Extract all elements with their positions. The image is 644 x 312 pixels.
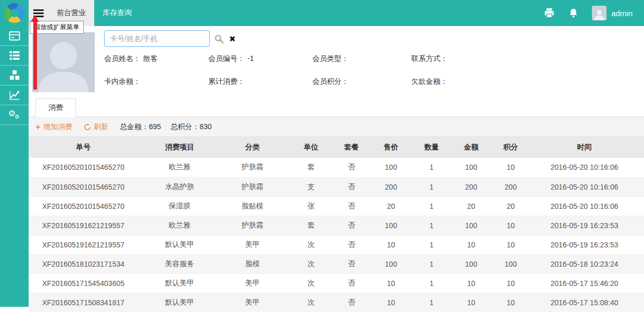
- table-cell: 2016-05-18 10:23:24: [525, 254, 644, 273]
- table-cell: 100: [497, 254, 525, 273]
- list-icon: [9, 51, 20, 60]
- table-header-row: 单号消费项目分类单位套餐售价数量金额积分时间: [29, 137, 644, 158]
- notifications-button[interactable]: [569, 8, 578, 19]
- table-cell: 否: [338, 254, 364, 273]
- printer-icon: [544, 8, 555, 18]
- avatar: [592, 6, 607, 20]
- table-cell: 20: [497, 196, 525, 216]
- table-row[interactable]: XF201605201015465270欧兰雅护肤霜套否100110010201…: [29, 158, 644, 177]
- clear-search-button[interactable]: ✖: [229, 35, 236, 43]
- member-search-input[interactable]: [104, 30, 210, 47]
- total-amount: 总金额：695: [120, 122, 161, 132]
- table-cell: XF201605201015465270: [29, 196, 138, 216]
- table-row[interactable]: XF201605171545403605默认美甲美甲次否10110102016-…: [29, 273, 644, 293]
- table-cell: 张: [284, 196, 338, 216]
- main-content: ✖ 会员姓名：散客 会员编号：-1 会员类型： 联系方式： 卡内余额：: [29, 26, 644, 312]
- refresh-icon: [84, 123, 91, 131]
- table-cell: 次: [284, 273, 338, 293]
- total-points: 总积分：830: [170, 122, 211, 132]
- tab-inventory[interactable]: 库存查询: [94, 0, 140, 26]
- sidebar-item-reports[interactable]: [0, 85, 29, 105]
- table-cell: 美甲: [221, 235, 284, 254]
- table-body: XF201605201015465270欧兰雅护肤霜套否100110010201…: [29, 158, 644, 312]
- column-header: 金额: [446, 137, 497, 158]
- table-row[interactable]: XF201605171508341817默认美甲美甲次否10110102016-…: [29, 293, 644, 312]
- top-bar: 前台营业 库存查询 admin: [0, 0, 644, 26]
- search-button[interactable]: [214, 34, 224, 44]
- table-row[interactable]: XF201605201015465270水晶护肤护肤霜支否20012002002…: [29, 177, 644, 196]
- member-id-field: 会员编号：-1: [208, 54, 312, 64]
- table-cell: XF201605171545403605: [29, 273, 138, 293]
- table-row[interactable]: XF201605191621219557欧兰雅护肤霜套否100110010201…: [29, 216, 644, 235]
- total-consumption-field: 累计消费：: [208, 77, 312, 86]
- table-cell: 100: [364, 254, 418, 273]
- member-details: ✖ 会员姓名：散客 会员编号：-1 会员类型： 联系方式： 卡内余额：: [104, 30, 644, 92]
- table-cell: 10: [364, 273, 418, 293]
- tab-consumption[interactable]: 消费: [35, 98, 76, 117]
- table-cell: 脸模: [221, 254, 284, 273]
- column-header: 消费项目: [138, 137, 221, 158]
- line-chart-icon: [9, 90, 20, 101]
- table-cell: 10: [497, 216, 525, 235]
- table-cell: 1: [418, 158, 446, 177]
- table-cell: 否: [338, 293, 364, 312]
- table-cell: 水晶护肤: [138, 177, 221, 196]
- table-row[interactable]: XF201605191621219557默认美甲美甲次否10110102016-…: [29, 235, 644, 254]
- member-info-grid: 会员姓名：散客 会员编号：-1 会员类型： 联系方式： 卡内余额： 累计消费：: [104, 54, 644, 86]
- table-cell: 2016-05-20 10:16:06: [525, 196, 644, 216]
- column-header: 分类: [221, 137, 284, 158]
- user-menu[interactable]: admin: [592, 6, 633, 20]
- person-silhouette-icon: [32, 34, 95, 92]
- table-cell: 否: [338, 196, 364, 216]
- sidebar-item-products[interactable]: [0, 66, 29, 85]
- member-photo-placeholder: [32, 32, 95, 92]
- table-cell: 20: [446, 196, 497, 216]
- table-cell: 2016-05-17 15:46:20: [525, 273, 644, 293]
- table-cell: 套: [284, 216, 338, 235]
- column-header: 单位: [284, 137, 338, 158]
- consumption-table: 单号消费项目分类单位套餐售价数量金额积分时间 XF201605201015465…: [29, 137, 644, 312]
- sidebar-item-list[interactable]: [0, 46, 29, 66]
- table-row[interactable]: XF201605181023171534美容服务脸模次否100110010020…: [29, 254, 644, 273]
- table-cell: 1: [418, 177, 446, 196]
- table-cell: 100: [446, 216, 497, 235]
- table-cell: 1: [418, 273, 446, 293]
- table-cell: 20: [364, 196, 418, 216]
- refresh-button[interactable]: 刷新: [84, 122, 108, 132]
- bell-icon: [569, 8, 578, 19]
- plus-icon: +: [35, 122, 41, 131]
- table-cell: 10: [497, 293, 525, 312]
- table-cell: 2016-05-19 16:23:53: [525, 216, 644, 235]
- table-cell: 200: [446, 177, 497, 196]
- debt-amount-field: 欠款金额：: [411, 77, 644, 86]
- sidebar-item-settings[interactable]: ⚙ ⚙: [0, 105, 29, 125]
- sidebar-item-billing[interactable]: [0, 26, 29, 46]
- table-row[interactable]: XF201605201015465270保湿膜脸贴模张否20120202016-…: [29, 196, 644, 216]
- add-consumption-button[interactable]: + 增加消费: [35, 122, 72, 132]
- app-logo: [0, 0, 29, 26]
- table-cell: 10: [497, 235, 525, 254]
- table-cell: 200: [497, 177, 525, 196]
- menu-tooltip: 缩放或扩展菜单: [30, 21, 84, 34]
- table-cell: 默认美甲: [138, 235, 221, 254]
- table-cell: XF201605201015465270: [29, 158, 138, 177]
- table-cell: 保湿膜: [138, 196, 221, 216]
- member-points-field: 会员积分：: [312, 77, 411, 86]
- table-cell: 100: [364, 216, 418, 235]
- table-cell: 10: [497, 158, 525, 177]
- column-header: 数量: [418, 137, 446, 158]
- table-cell: 100: [446, 158, 497, 177]
- table-cell: 2016-05-20 10:16:06: [525, 158, 644, 177]
- table-cell: 10: [446, 273, 497, 293]
- table-cell: 美容服务: [138, 254, 221, 273]
- table-cell: 10: [364, 293, 418, 312]
- hamburger-icon: [33, 9, 44, 11]
- table-cell: XF201605191621219557: [29, 216, 138, 235]
- table-cell: 护肤霜: [221, 216, 284, 235]
- print-button[interactable]: [544, 8, 555, 18]
- column-header: 积分: [497, 137, 525, 158]
- table-cell: 1: [418, 293, 446, 312]
- table-cell: 10: [446, 293, 497, 312]
- table-cell: 100: [446, 254, 497, 273]
- table-cell: 2016-05-19 16:23:53: [525, 235, 644, 254]
